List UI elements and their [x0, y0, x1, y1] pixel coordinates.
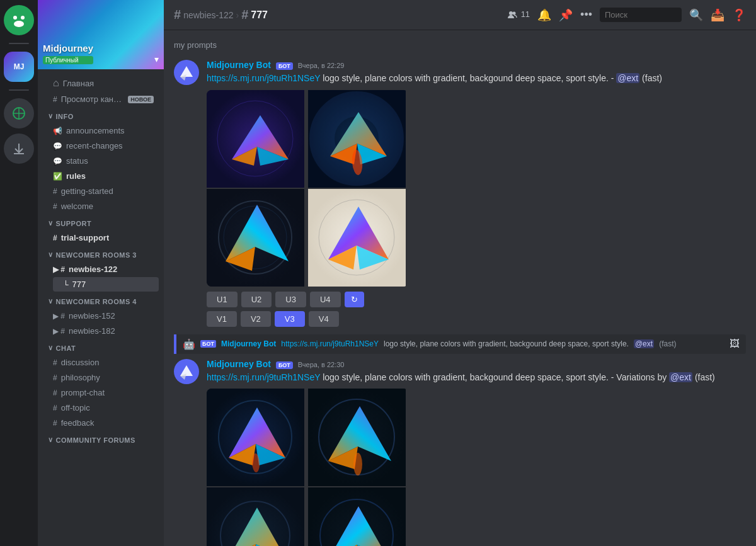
- downloads-icon[interactable]: [4, 134, 34, 164]
- channel-discussion[interactable]: # discussion: [43, 355, 159, 370]
- channel-status[interactable]: 💬 status: [43, 154, 159, 168]
- server-sidebar: Midjourney Публичный ▾ ⌂ Главная # Просм…: [38, 0, 164, 546]
- breadcrumb-hash2: #: [241, 8, 248, 22]
- sidebar-item-browse[interactable]: # Просмотр каналов НОВОЕ: [43, 92, 159, 106]
- messages-area: my prompts Midjourney Bot БОТ Вчера, в 2…: [164, 30, 756, 546]
- section-chat[interactable]: ∨ CHAT: [38, 339, 164, 355]
- server-icon-midjourney[interactable]: MJ: [4, 52, 34, 82]
- more-icon[interactable]: •••: [580, 8, 592, 21]
- u3-button[interactable]: U3: [275, 292, 306, 307]
- u1-button[interactable]: U1: [207, 292, 238, 307]
- message-body-1: Midjourney Bot БОТ Вчера, в 22:29 https:…: [207, 60, 746, 327]
- v2-button[interactable]: V2: [241, 311, 271, 327]
- bot-system-link[interactable]: https://s.mj.run/j9tuRh1NSeY: [281, 339, 379, 348]
- pin-icon[interactable]: 📌: [559, 8, 573, 22]
- server-name: Midjourney: [43, 43, 93, 54]
- channel-777[interactable]: └ 777: [53, 277, 159, 292]
- bot-system-text: logo style, plane colors with gradient, …: [384, 339, 629, 348]
- v4-button[interactable]: V4: [309, 311, 339, 327]
- bot-avatar-1: [174, 60, 199, 85]
- server-header[interactable]: Midjourney Публичный ▾: [38, 0, 164, 69]
- v3-button[interactable]: V3: [275, 311, 305, 327]
- image-grid-2: [207, 389, 408, 546]
- current-channel-name: 777: [251, 9, 268, 21]
- topbar: # newbies-122 › # 777 11 🔔 📌 ••• 🔍 📥 ❓: [164, 0, 756, 30]
- message-time-1: Вчера, в 22:29: [298, 62, 345, 69]
- sidebar-item-home[interactable]: ⌂ Главная: [43, 75, 159, 91]
- image-cell-2-4: [308, 487, 406, 546]
- image-cell-1-1: [207, 90, 304, 188]
- channel-prompt-chat[interactable]: # prompt-chat: [43, 385, 159, 400]
- image-grid-1: [207, 90, 408, 287]
- image-cell-2-1: [207, 389, 304, 486]
- section-support[interactable]: ∨ SUPPORT: [38, 214, 164, 230]
- channel-getting-started[interactable]: # getting-started: [43, 184, 159, 198]
- breadcrumb-hash1: #: [174, 8, 181, 22]
- message-content-1: https://s.mj.run/j9tuRh1NSeY logo style,…: [207, 72, 746, 85]
- icon-bar-divider: [9, 43, 29, 44]
- svg-point-7: [513, 11, 516, 14]
- section-community-forums[interactable]: ∨ COMMUNITY FORUMS: [38, 431, 164, 446]
- bot-avatar-2: [174, 359, 199, 384]
- message-link-1[interactable]: https://s.mj.run/j9tuRh1NSeY: [207, 73, 320, 83]
- icon-bar-divider2: [9, 89, 29, 91]
- message-author-2[interactable]: Midjourney Bot: [207, 359, 271, 369]
- channel-off-topic[interactable]: # off-topic: [43, 401, 159, 415]
- channel-newbies-122[interactable]: ▶ # newbies-122: [43, 262, 159, 276]
- inbox-icon[interactable]: 📥: [711, 8, 724, 22]
- message-content-2: https://s.mj.run/j9tuRh1NSeY logo style,…: [207, 372, 746, 384]
- svg-point-0: [13, 16, 17, 20]
- bot-system-icon: 🤖: [183, 338, 195, 350]
- expand-icon[interactable]: 🖼: [730, 338, 740, 350]
- speed-2: (fast): [695, 372, 715, 382]
- main-content: # newbies-122 › # 777 11 🔔 📌 ••• 🔍 📥 ❓ m…: [164, 0, 756, 546]
- message-author-1[interactable]: Midjourney Bot: [207, 60, 271, 70]
- channel-announcements[interactable]: 📢 announcements: [43, 123, 159, 138]
- help-icon[interactable]: ❓: [732, 8, 746, 22]
- message-header-2: Midjourney Bot БОТ Вчера, в 22:30: [207, 359, 746, 369]
- message-body-2: Midjourney Bot БОТ Вчера, в 22:30 https:…: [207, 359, 746, 546]
- refresh-button[interactable]: ↻: [345, 292, 364, 307]
- server-badge: Публичный: [43, 56, 93, 64]
- bot-system-speed: (fast): [659, 339, 676, 348]
- image-cell-2-3: [207, 487, 304, 546]
- u4-button[interactable]: U4: [310, 292, 341, 307]
- channel-recent-changes[interactable]: 💬 recent-changes: [43, 139, 159, 153]
- channel-welcome[interactable]: # welcome: [43, 199, 159, 213]
- channel-rules[interactable]: ✅ rules: [43, 169, 159, 183]
- mention-1: @ext: [616, 73, 639, 83]
- channel-philosophy[interactable]: # philosophy: [43, 370, 159, 385]
- bot-system-mention: @ext: [634, 339, 654, 348]
- v1-button[interactable]: V1: [207, 311, 237, 327]
- bot-tag-2: БОТ: [276, 361, 293, 369]
- bot-tag-1: БОТ: [276, 62, 293, 70]
- message-2: Midjourney Bot БОТ Вчера, в 22:30 https:…: [164, 356, 756, 546]
- member-count: 11: [507, 9, 530, 20]
- u2-button[interactable]: U2: [241, 292, 272, 307]
- channel-newbies-182[interactable]: ▶ # newbies-182: [43, 324, 159, 338]
- bell-icon[interactable]: 🔔: [537, 8, 551, 22]
- message-time-2: Вчера, в 22:30: [298, 361, 345, 368]
- message-text-1: logo style, plane colors with gradient, …: [323, 73, 616, 83]
- speed-1: (fast): [642, 73, 662, 83]
- my-prompts-bar: my prompts: [164, 40, 756, 57]
- search-input[interactable]: [600, 8, 682, 22]
- explore-icon[interactable]: [4, 98, 34, 128]
- server-expand-icon: ▾: [154, 54, 159, 64]
- search-icon[interactable]: 🔍: [689, 8, 703, 22]
- message-1: Midjourney Bot БОТ Вчера, в 22:29 https:…: [164, 57, 756, 329]
- message-link-2[interactable]: https://s.mj.run/j9tuRh1NSeY: [207, 372, 320, 382]
- section-newcomer3[interactable]: ∨ NEWCOMER ROOMS 3: [38, 246, 164, 261]
- section-info[interactable]: ∨ INFO: [38, 107, 164, 123]
- system-message-bar: 🤖 БОТ Midjourney Bot https://s.mj.run/j9…: [174, 334, 746, 354]
- channel-trial-support[interactable]: # trial-support: [43, 230, 159, 245]
- bot-system-author: Midjourney Bot: [221, 339, 276, 348]
- message-text-2: logo style, plane colors with gradient, …: [323, 372, 669, 382]
- section-newcomer4[interactable]: ∨ NEWCOMER ROOMS 4: [38, 292, 164, 308]
- breadcrumb-separator: ›: [236, 10, 239, 20]
- channel-newbies-152[interactable]: ▶ # newbies-152: [43, 309, 159, 323]
- discord-home-icon[interactable]: [4, 5, 34, 35]
- breadcrumb-channel1: newbies-122: [183, 10, 233, 20]
- topbar-actions: 11 🔔 📌 ••• 🔍 📥 ❓: [507, 8, 746, 22]
- channel-feedback[interactable]: # feedback: [43, 416, 159, 430]
